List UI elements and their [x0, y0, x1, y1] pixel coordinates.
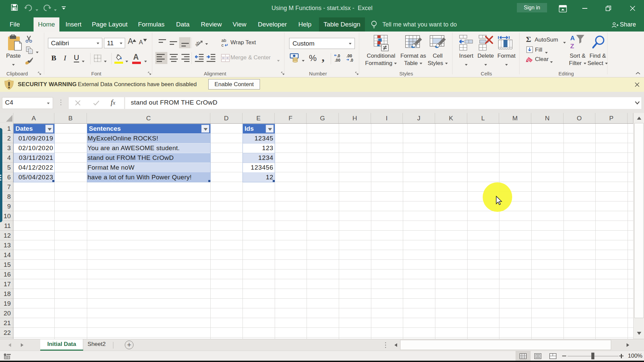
svg-text:ab: ab: [221, 38, 226, 43]
svg-text:c: c: [221, 43, 224, 48]
svg-text:Z: Z: [570, 43, 574, 50]
svg-text:.0: .0: [350, 58, 353, 62]
svg-text:.00: .00: [335, 58, 340, 62]
svg-text:.00: .00: [346, 54, 352, 58]
svg-text:.0: .0: [337, 54, 340, 58]
svg-text:A: A: [570, 35, 575, 42]
svg-text:ab: ab: [195, 40, 201, 47]
